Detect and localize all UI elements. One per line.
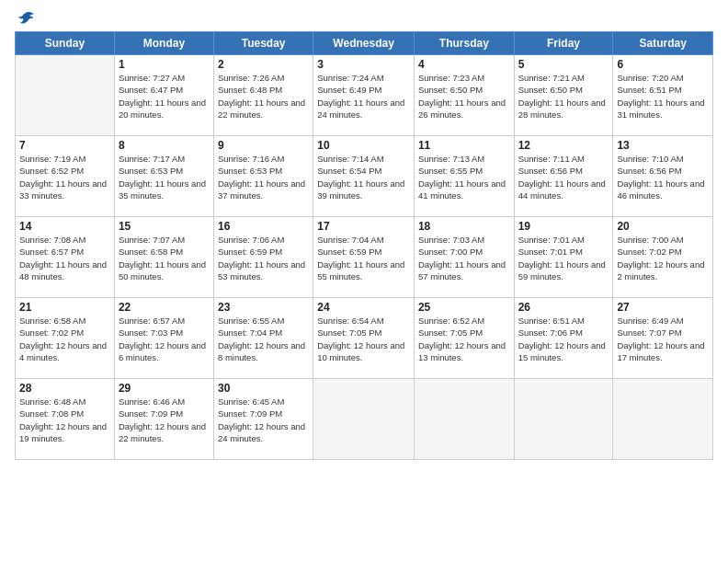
day-info: Sunrise: 6:48 AM Sunset: 7:08 PM Dayligh… bbox=[19, 396, 110, 444]
day-number: 20 bbox=[617, 220, 709, 233]
day-of-week-header: Sunday bbox=[16, 32, 115, 55]
day-info: Sunrise: 7:26 AM Sunset: 6:48 PM Dayligh… bbox=[218, 72, 309, 121]
day-number: 11 bbox=[418, 139, 510, 152]
calendar-cell bbox=[16, 55, 115, 136]
day-number: 12 bbox=[518, 139, 609, 152]
day-number: 24 bbox=[317, 301, 410, 314]
calendar-cell bbox=[514, 379, 613, 460]
day-of-week-header: Saturday bbox=[613, 32, 713, 55]
day-number: 23 bbox=[218, 301, 309, 314]
day-info: Sunrise: 7:23 AM Sunset: 6:50 PM Dayligh… bbox=[418, 72, 510, 121]
day-number: 6 bbox=[617, 58, 709, 71]
calendar-cell: 11 Sunrise: 7:13 AM Sunset: 6:55 PM Dayl… bbox=[414, 136, 514, 217]
day-number: 2 bbox=[218, 58, 309, 71]
day-of-week-header: Monday bbox=[114, 32, 213, 55]
logo-bird-icon bbox=[17, 11, 35, 26]
calendar-cell: 3 Sunrise: 7:24 AM Sunset: 6:49 PM Dayli… bbox=[313, 55, 415, 136]
day-number: 26 bbox=[518, 301, 609, 314]
day-info: Sunrise: 7:20 AM Sunset: 6:51 PM Dayligh… bbox=[617, 72, 709, 121]
calendar-cell: 24 Sunrise: 6:54 AM Sunset: 7:05 PM Dayl… bbox=[313, 298, 415, 379]
day-info: Sunrise: 7:24 AM Sunset: 6:49 PM Dayligh… bbox=[317, 72, 410, 121]
day-number: 4 bbox=[418, 58, 510, 71]
calendar-cell: 12 Sunrise: 7:11 AM Sunset: 6:56 PM Dayl… bbox=[514, 136, 613, 217]
calendar-cell: 23 Sunrise: 6:55 AM Sunset: 7:04 PM Dayl… bbox=[213, 298, 313, 379]
day-number: 3 bbox=[317, 58, 410, 71]
calendar-week-row: 21 Sunrise: 6:58 AM Sunset: 7:02 PM Dayl… bbox=[16, 298, 713, 379]
day-info: Sunrise: 6:46 AM Sunset: 7:09 PM Dayligh… bbox=[119, 396, 210, 444]
day-info: Sunrise: 7:13 AM Sunset: 6:55 PM Dayligh… bbox=[418, 153, 510, 201]
day-info: Sunrise: 7:10 AM Sunset: 6:56 PM Dayligh… bbox=[617, 153, 709, 201]
day-number: 18 bbox=[418, 220, 510, 233]
day-info: Sunrise: 7:27 AM Sunset: 6:47 PM Dayligh… bbox=[119, 72, 210, 121]
calendar-cell: 16 Sunrise: 7:06 AM Sunset: 6:59 PM Dayl… bbox=[213, 217, 313, 298]
day-info: Sunrise: 7:03 AM Sunset: 7:00 PM Dayligh… bbox=[418, 234, 510, 282]
day-info: Sunrise: 6:58 AM Sunset: 7:02 PM Dayligh… bbox=[19, 315, 110, 363]
day-info: Sunrise: 7:11 AM Sunset: 6:56 PM Dayligh… bbox=[518, 153, 609, 201]
calendar-cell: 25 Sunrise: 6:52 AM Sunset: 7:05 PM Dayl… bbox=[414, 298, 514, 379]
day-info: Sunrise: 7:08 AM Sunset: 6:57 PM Dayligh… bbox=[19, 234, 110, 282]
calendar-cell: 22 Sunrise: 6:57 AM Sunset: 7:03 PM Dayl… bbox=[114, 298, 213, 379]
day-number: 7 bbox=[19, 139, 110, 152]
day-of-week-header: Thursday bbox=[414, 32, 514, 55]
calendar-week-row: 7 Sunrise: 7:19 AM Sunset: 6:52 PM Dayli… bbox=[16, 136, 713, 217]
calendar-cell: 27 Sunrise: 6:49 AM Sunset: 7:07 PM Dayl… bbox=[613, 298, 713, 379]
day-info: Sunrise: 7:01 AM Sunset: 7:01 PM Dayligh… bbox=[518, 234, 609, 282]
day-info: Sunrise: 6:51 AM Sunset: 7:06 PM Dayligh… bbox=[518, 315, 609, 363]
day-number: 5 bbox=[518, 58, 609, 71]
calendar-cell: 10 Sunrise: 7:14 AM Sunset: 6:54 PM Dayl… bbox=[313, 136, 415, 217]
calendar-table: SundayMondayTuesdayWednesdayThursdayFrid… bbox=[15, 31, 713, 460]
day-number: 13 bbox=[617, 139, 709, 152]
day-info: Sunrise: 7:07 AM Sunset: 6:58 PM Dayligh… bbox=[119, 234, 210, 282]
day-number: 19 bbox=[518, 220, 609, 233]
logo bbox=[15, 11, 35, 24]
day-number: 16 bbox=[218, 220, 309, 233]
calendar-cell: 19 Sunrise: 7:01 AM Sunset: 7:01 PM Dayl… bbox=[514, 217, 613, 298]
calendar-cell: 14 Sunrise: 7:08 AM Sunset: 6:57 PM Dayl… bbox=[16, 217, 115, 298]
header bbox=[15, 11, 713, 24]
calendar-cell: 6 Sunrise: 7:20 AM Sunset: 6:51 PM Dayli… bbox=[613, 55, 713, 136]
day-number: 21 bbox=[19, 301, 110, 314]
calendar-cell: 7 Sunrise: 7:19 AM Sunset: 6:52 PM Dayli… bbox=[16, 136, 115, 217]
calendar-week-row: 1 Sunrise: 7:27 AM Sunset: 6:47 PM Dayli… bbox=[16, 55, 713, 136]
calendar-cell: 15 Sunrise: 7:07 AM Sunset: 6:58 PM Dayl… bbox=[114, 217, 213, 298]
calendar-cell: 2 Sunrise: 7:26 AM Sunset: 6:48 PM Dayli… bbox=[213, 55, 313, 136]
calendar-cell: 26 Sunrise: 6:51 AM Sunset: 7:06 PM Dayl… bbox=[514, 298, 613, 379]
day-info: Sunrise: 7:16 AM Sunset: 6:53 PM Dayligh… bbox=[218, 153, 309, 201]
day-number: 25 bbox=[418, 301, 510, 314]
day-info: Sunrise: 7:19 AM Sunset: 6:52 PM Dayligh… bbox=[19, 153, 110, 201]
day-of-week-header: Wednesday bbox=[313, 32, 415, 55]
day-number: 28 bbox=[19, 382, 110, 395]
day-number: 9 bbox=[218, 139, 309, 152]
calendar-week-row: 28 Sunrise: 6:48 AM Sunset: 7:08 PM Dayl… bbox=[16, 379, 713, 460]
calendar-header-row: SundayMondayTuesdayWednesdayThursdayFrid… bbox=[16, 32, 713, 55]
day-info: Sunrise: 7:14 AM Sunset: 6:54 PM Dayligh… bbox=[317, 153, 410, 201]
calendar-cell: 13 Sunrise: 7:10 AM Sunset: 6:56 PM Dayl… bbox=[613, 136, 713, 217]
day-number: 15 bbox=[119, 220, 210, 233]
calendar-week-row: 14 Sunrise: 7:08 AM Sunset: 6:57 PM Dayl… bbox=[16, 217, 713, 298]
calendar-cell: 9 Sunrise: 7:16 AM Sunset: 6:53 PM Dayli… bbox=[213, 136, 313, 217]
day-number: 29 bbox=[119, 382, 210, 395]
calendar-cell: 5 Sunrise: 7:21 AM Sunset: 6:50 PM Dayli… bbox=[514, 55, 613, 136]
day-info: Sunrise: 6:57 AM Sunset: 7:03 PM Dayligh… bbox=[119, 315, 210, 363]
calendar-cell: 21 Sunrise: 6:58 AM Sunset: 7:02 PM Dayl… bbox=[16, 298, 115, 379]
day-number: 1 bbox=[119, 58, 210, 71]
calendar-cell: 30 Sunrise: 6:45 AM Sunset: 7:09 PM Dayl… bbox=[213, 379, 313, 460]
day-info: Sunrise: 6:45 AM Sunset: 7:09 PM Dayligh… bbox=[218, 396, 309, 444]
calendar-cell: 18 Sunrise: 7:03 AM Sunset: 7:00 PM Dayl… bbox=[414, 217, 514, 298]
calendar-cell: 17 Sunrise: 7:04 AM Sunset: 6:59 PM Dayl… bbox=[313, 217, 415, 298]
day-number: 17 bbox=[317, 220, 410, 233]
day-info: Sunrise: 6:55 AM Sunset: 7:04 PM Dayligh… bbox=[218, 315, 309, 363]
day-number: 22 bbox=[119, 301, 210, 314]
day-info: Sunrise: 7:21 AM Sunset: 6:50 PM Dayligh… bbox=[518, 72, 609, 121]
day-info: Sunrise: 6:49 AM Sunset: 7:07 PM Dayligh… bbox=[617, 315, 709, 363]
day-info: Sunrise: 7:04 AM Sunset: 6:59 PM Dayligh… bbox=[317, 234, 410, 282]
calendar-cell: 1 Sunrise: 7:27 AM Sunset: 6:47 PM Dayli… bbox=[114, 55, 213, 136]
calendar-cell: 29 Sunrise: 6:46 AM Sunset: 7:09 PM Dayl… bbox=[114, 379, 213, 460]
calendar-cell: 4 Sunrise: 7:23 AM Sunset: 6:50 PM Dayli… bbox=[414, 55, 514, 136]
day-of-week-header: Friday bbox=[514, 32, 613, 55]
calendar-cell bbox=[414, 379, 514, 460]
calendar-cell: 8 Sunrise: 7:17 AM Sunset: 6:53 PM Dayli… bbox=[114, 136, 213, 217]
day-of-week-header: Tuesday bbox=[213, 32, 313, 55]
day-number: 30 bbox=[218, 382, 309, 395]
calendar-page: SundayMondayTuesdayWednesdayThursdayFrid… bbox=[0, 0, 728, 563]
